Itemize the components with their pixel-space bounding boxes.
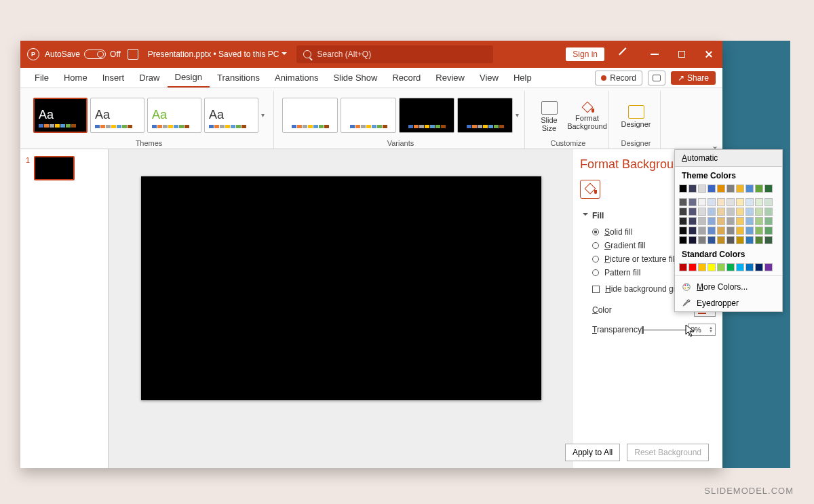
- menu-insert[interactable]: Insert: [95, 69, 132, 87]
- search-input[interactable]: Search (Alt+Q): [296, 45, 493, 63]
- color-swatch[interactable]: [708, 208, 716, 216]
- menu-draw[interactable]: Draw: [132, 69, 167, 87]
- color-swatch[interactable]: [736, 217, 744, 225]
- color-swatch[interactable]: [717, 236, 725, 244]
- variant-thumb[interactable]: [341, 98, 396, 133]
- color-swatch[interactable]: [726, 263, 735, 271]
- color-swatch[interactable]: [764, 227, 773, 235]
- color-swatch[interactable]: [708, 185, 716, 193]
- color-swatch[interactable]: [689, 217, 697, 225]
- color-swatch[interactable]: [755, 185, 763, 193]
- record-button[interactable]: Record: [595, 71, 642, 85]
- more-colors-item[interactable]: More Colors...: [675, 279, 782, 295]
- menu-file[interactable]: File: [27, 69, 56, 87]
- color-swatch[interactable]: [745, 236, 754, 244]
- color-swatch[interactable]: [689, 208, 697, 216]
- color-swatch[interactable]: [755, 227, 763, 235]
- color-swatch[interactable]: [698, 208, 706, 216]
- menu-slideshow[interactable]: Slide Show: [326, 69, 385, 87]
- color-swatch[interactable]: [698, 217, 706, 225]
- pen-icon[interactable]: [614, 41, 641, 68]
- color-swatch[interactable]: [717, 217, 725, 225]
- document-title[interactable]: Presentation.pptx • Saved to this PC: [148, 50, 288, 59]
- slide-size-button[interactable]: Slide Size: [532, 98, 567, 132]
- color-swatch[interactable]: [708, 198, 716, 206]
- color-swatch[interactable]: [726, 185, 735, 193]
- transparency-slider[interactable]: [642, 329, 688, 331]
- color-swatch[interactable]: [745, 208, 754, 216]
- color-swatch[interactable]: [717, 185, 725, 193]
- color-swatch[interactable]: [755, 198, 763, 206]
- color-swatch[interactable]: [708, 236, 716, 244]
- color-swatch[interactable]: [689, 227, 697, 235]
- variant-thumb[interactable]: [399, 98, 454, 133]
- themes-more-button[interactable]: ▾: [261, 111, 265, 119]
- color-swatch[interactable]: [745, 198, 754, 206]
- variant-thumb[interactable]: [282, 98, 338, 133]
- color-swatch[interactable]: [755, 208, 763, 216]
- color-swatch[interactable]: [745, 227, 754, 235]
- color-swatch[interactable]: [679, 198, 687, 206]
- color-swatch[interactable]: [717, 227, 725, 235]
- color-swatch[interactable]: [755, 217, 763, 225]
- apply-to-all-button[interactable]: Apply to All: [565, 444, 620, 461]
- color-swatch[interactable]: [679, 185, 687, 193]
- color-swatch[interactable]: [717, 198, 725, 206]
- color-swatch[interactable]: [726, 236, 735, 244]
- color-swatch[interactable]: [745, 185, 754, 193]
- color-swatch[interactable]: [764, 185, 773, 193]
- eyedropper-item[interactable]: Eyedropper: [675, 295, 782, 311]
- color-swatch[interactable]: [689, 198, 697, 206]
- color-swatch[interactable]: [736, 263, 744, 271]
- color-swatch[interactable]: [726, 227, 735, 235]
- color-swatch[interactable]: [736, 227, 744, 235]
- menu-help[interactable]: Help: [506, 69, 539, 87]
- color-swatch[interactable]: [717, 208, 725, 216]
- variants-more-button[interactable]: ▾: [516, 111, 519, 119]
- color-swatch[interactable]: [708, 227, 716, 235]
- menu-view[interactable]: View: [472, 69, 506, 87]
- signin-button[interactable]: Sign in: [566, 47, 604, 61]
- color-swatch[interactable]: [736, 185, 744, 193]
- color-swatch[interactable]: [755, 263, 763, 271]
- color-automatic[interactable]: Automatic: [675, 150, 782, 167]
- comments-button[interactable]: [648, 71, 665, 85]
- color-swatch[interactable]: [698, 185, 706, 193]
- theme-thumb[interactable]: Aa: [204, 98, 258, 133]
- share-button[interactable]: ↗Share: [671, 71, 716, 85]
- menu-transitions[interactable]: Transitions: [210, 69, 267, 87]
- close-button[interactable]: [695, 41, 722, 68]
- menu-home[interactable]: Home: [56, 69, 95, 87]
- color-swatch[interactable]: [698, 263, 706, 271]
- fill-tab-button[interactable]: [580, 180, 600, 199]
- slide-thumbnail[interactable]: 1: [26, 156, 102, 180]
- color-swatch[interactable]: [698, 236, 706, 244]
- color-swatch[interactable]: [736, 208, 744, 216]
- color-swatch[interactable]: [736, 236, 744, 244]
- format-background-button[interactable]: Format Background: [570, 100, 605, 130]
- color-swatch[interactable]: [708, 217, 716, 225]
- theme-thumb[interactable]: Aa: [33, 98, 88, 133]
- variant-thumb[interactable]: [457, 98, 513, 133]
- color-swatch[interactable]: [698, 227, 706, 235]
- color-swatch[interactable]: [689, 263, 697, 271]
- minimize-button[interactable]: [641, 41, 668, 68]
- color-swatch[interactable]: [689, 236, 697, 244]
- theme-thumb[interactable]: Aa: [90, 98, 144, 133]
- maximize-button[interactable]: [668, 41, 695, 68]
- designer-button[interactable]: Designer: [619, 102, 654, 128]
- color-swatch[interactable]: [764, 198, 773, 206]
- theme-thumb[interactable]: Aa: [147, 98, 201, 133]
- color-swatch[interactable]: [764, 208, 773, 216]
- menu-animations[interactable]: Animations: [267, 69, 326, 87]
- slide[interactable]: [141, 176, 541, 400]
- color-swatch[interactable]: [764, 236, 773, 244]
- menu-record[interactable]: Record: [385, 69, 428, 87]
- color-swatch[interactable]: [764, 217, 773, 225]
- menu-design[interactable]: Design: [168, 68, 210, 88]
- menu-review[interactable]: Review: [428, 69, 472, 87]
- autosave-toggle[interactable]: AutoSave Off: [45, 50, 121, 59]
- color-swatch[interactable]: [689, 185, 697, 193]
- color-swatch[interactable]: [755, 236, 763, 244]
- save-icon[interactable]: [128, 49, 138, 60]
